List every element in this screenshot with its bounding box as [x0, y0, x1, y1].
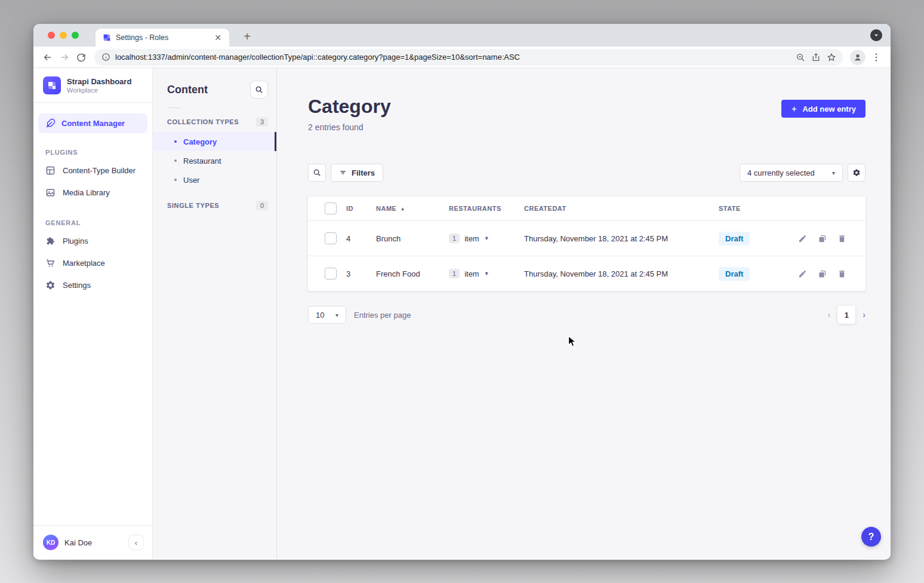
feather-icon [45, 118, 56, 128]
sidebar-item-content-type-builder[interactable]: Content-Type Builder [33, 159, 152, 182]
page-info-icon[interactable] [101, 53, 110, 62]
column-header-state[interactable]: STATE [719, 205, 796, 212]
browser-menu-icon[interactable] [868, 49, 885, 66]
subnav-title: Content [167, 84, 208, 96]
next-page-button[interactable]: › [863, 310, 866, 320]
pagination-bar: 10 ▾ Entries per page ‹ 1 › [308, 306, 866, 324]
duplicate-button[interactable] [816, 268, 828, 280]
forward-button[interactable] [56, 49, 73, 66]
new-tab-button[interactable]: + [239, 29, 255, 45]
bookmark-star-icon[interactable] [824, 50, 839, 65]
current-page-button[interactable]: 1 [837, 306, 855, 324]
browser-tab[interactable]: Settings - Roles ✕ [96, 29, 229, 47]
subnav-item-restaurant[interactable]: Restaurant [153, 151, 276, 170]
strapi-logo [43, 76, 61, 94]
select-all-checkbox[interactable] [325, 202, 337, 214]
subnav-item-label: Restaurant [183, 157, 221, 165]
collection-types-count: 3 [256, 117, 268, 127]
table-search-button[interactable] [308, 164, 326, 182]
sidebar-item-media-library[interactable]: Media Library [33, 182, 152, 204]
share-icon[interactable] [808, 50, 824, 65]
entries-count: 2 entries found [308, 122, 391, 132]
collapse-sidebar-button[interactable]: ‹ [128, 535, 144, 550]
subnav-item-user[interactable]: User [153, 170, 276, 189]
sidebar-item-label: Plugins [63, 237, 88, 246]
row-checkbox[interactable] [325, 268, 337, 280]
workspace-switcher[interactable]: Strapi Dashboard Workplace [33, 68, 152, 102]
entries-per-page-value: 10 [316, 311, 324, 320]
column-header-restaurants[interactable]: RESTAURANTS [449, 205, 524, 212]
sidebar-section-plugins: PLUGINS Content-Type Builder Media Libra… [33, 149, 152, 204]
table-row[interactable]: 3 French Food 1 item ▼ Thursday, Novembe… [308, 256, 866, 291]
previous-page-button[interactable]: ‹ [828, 310, 831, 320]
strapi-app: Strapi Dashboard Workplace Content Manag… [33, 68, 891, 559]
delete-button[interactable] [836, 232, 848, 244]
url-text[interactable]: localhost:1337/admin/content-manager/col… [115, 53, 793, 62]
cell-name: Brunch [376, 234, 449, 243]
sidebar-item-settings[interactable]: Settings [33, 274, 152, 296]
row-checkbox[interactable] [325, 232, 337, 244]
delete-button[interactable] [836, 268, 848, 280]
state-badge: Draft [719, 267, 750, 281]
table-row[interactable]: 4 Brunch 1 item ▼ Thursday, November 18,… [308, 220, 866, 256]
copy-icon [818, 269, 827, 278]
filters-label: Filters [352, 168, 375, 177]
sidebar-item-content-manager[interactable]: Content Manager [38, 113, 147, 133]
cell-restaurants[interactable]: 1 item ▼ [449, 234, 524, 243]
cell-id: 4 [346, 234, 376, 243]
section-title: GENERAL [33, 219, 152, 226]
edit-button[interactable] [796, 232, 808, 244]
browser-update-icon[interactable] [870, 29, 882, 41]
add-new-entry-button[interactable]: Add new entry [781, 100, 866, 118]
sidebar-section-general: GENERAL Plugins Marketplace Settings [33, 219, 152, 296]
edit-button[interactable] [796, 268, 808, 280]
sidebar-item-plugins[interactable]: Plugins [33, 230, 152, 252]
user-avatar[interactable]: KD [43, 535, 58, 550]
chevron-down-icon[interactable]: ▼ [484, 271, 489, 277]
sort-asc-icon: ▲ [400, 206, 405, 211]
main-content: Category 2 entries found Add new entry F… [277, 68, 891, 559]
trash-icon [837, 269, 846, 278]
browser-tabstrip: Settings - Roles ✕ + [33, 24, 891, 47]
subnav-item-category[interactable]: Category [153, 132, 276, 151]
bullet-icon [174, 140, 177, 143]
subnav-search-button[interactable] [250, 81, 268, 99]
cell-restaurants[interactable]: 1 item ▼ [449, 269, 524, 278]
chevron-down-icon[interactable]: ▼ [484, 235, 489, 241]
zoom-icon[interactable] [793, 50, 808, 65]
sidebar-footer: KD Kai Doe ‹ [33, 525, 152, 559]
fields-selected-dropdown[interactable]: 4 currently selected ▾ [740, 164, 843, 182]
close-tab-icon[interactable]: ✕ [212, 32, 223, 43]
entries-per-page-label: Entries per page [354, 311, 411, 320]
help-button[interactable]: ? [861, 527, 881, 547]
column-header-createdat[interactable]: CREATEDAT [524, 205, 719, 212]
workspace-name: Workplace [67, 87, 131, 94]
pencil-icon [798, 234, 807, 243]
chevron-down-icon: ▾ [832, 170, 835, 176]
sidebar-item-label: Settings [63, 281, 91, 290]
column-header-name[interactable]: NAME▲ [376, 205, 449, 212]
restaurants-label: item [464, 234, 479, 243]
sidebar-item-label: Content-Type Builder [63, 166, 135, 175]
minimize-window-button[interactable] [60, 32, 67, 39]
restaurants-label: item [464, 269, 479, 278]
cell-id: 3 [346, 269, 376, 278]
table-settings-button[interactable] [848, 164, 866, 182]
filters-button[interactable]: Filters [331, 164, 383, 182]
chevron-down-icon: ▾ [335, 312, 338, 318]
column-header-id[interactable]: ID [346, 205, 376, 212]
back-button[interactable] [39, 49, 56, 66]
strapi-favicon [103, 33, 111, 42]
trash-icon [837, 234, 846, 243]
entries-per-page-dropdown[interactable]: 10 ▾ [308, 306, 346, 324]
duplicate-button[interactable] [816, 232, 828, 244]
zoom-window-button[interactable] [72, 32, 79, 39]
puzzle-icon [45, 236, 56, 246]
bullet-icon [174, 179, 177, 181]
browser-profile-avatar[interactable] [850, 50, 866, 65]
close-window-button[interactable] [48, 32, 55, 39]
address-bar[interactable]: localhost:1337/admin/content-manager/col… [94, 49, 843, 66]
reload-button[interactable] [73, 49, 90, 66]
plus-icon [791, 106, 797, 112]
sidebar-item-marketplace[interactable]: Marketplace [33, 252, 152, 274]
